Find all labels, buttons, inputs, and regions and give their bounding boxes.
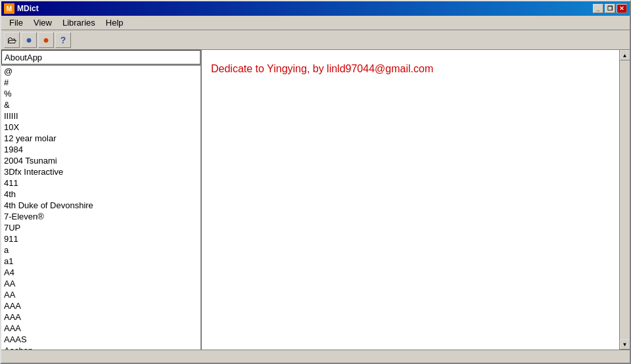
list-item[interactable]: AAA [1, 311, 200, 323]
list-item[interactable]: 4th [1, 189, 200, 200]
toolbar-home-button[interactable]: ● [38, 32, 54, 48]
list-item[interactable]: AA [1, 278, 200, 289]
toolbar: 🗁 ● ● ? [1, 30, 630, 50]
definition-area: Dedicate to Yingying, by linld97044@gmai… [202, 50, 619, 350]
minimize-button[interactable]: _ [593, 4, 603, 13]
scroll-down-arrow[interactable]: ▼ [620, 339, 630, 350]
menu-help[interactable]: Help [101, 16, 129, 29]
list-item[interactable]: 3Dfx Interactive [1, 166, 200, 177]
word-list: @ # % & IIIIII 10X 12 year molar 1984 20… [1, 66, 200, 350]
window-title: MDict [17, 4, 39, 13]
right-scrollbar: ▲ ▼ [619, 50, 630, 350]
list-item[interactable]: 2004 Tsunami [1, 155, 200, 166]
dedication-text: Dedicate to Yingying, by linld97044@gmai… [211, 63, 610, 75]
word-list-container: @ # % & IIIIII 10X 12 year molar 1984 20… [1, 66, 200, 350]
list-item[interactable]: 1984 [1, 144, 200, 155]
menu-libraries[interactable]: Libraries [57, 16, 101, 29]
list-item[interactable]: # [1, 77, 200, 88]
scroll-track [620, 60, 630, 339]
restore-button[interactable]: ❐ [605, 4, 615, 13]
list-item[interactable]: % [1, 88, 200, 99]
toolbar-help-button[interactable]: ? [55, 32, 71, 48]
scroll-up-arrow[interactable]: ▲ [620, 50, 630, 60]
app-icon: M [4, 3, 14, 14]
list-item[interactable]: & [1, 99, 200, 110]
list-item[interactable]: AAA [1, 323, 200, 334]
title-buttons: _ ❐ ✕ [593, 4, 627, 13]
home-icon: ● [43, 34, 49, 46]
search-input[interactable] [1, 50, 200, 64]
forward-icon: ● [26, 34, 32, 46]
search-box[interactable] [1, 50, 200, 66]
list-item[interactable]: AAA [1, 300, 200, 311]
list-item[interactable]: Aachen [1, 345, 200, 350]
list-item[interactable]: 7UP [1, 222, 200, 233]
list-item[interactable]: 7-Eleven® [1, 211, 200, 222]
close-button[interactable]: ✕ [617, 4, 627, 13]
right-panel: Dedicate to Yingying, by linld97044@gmai… [202, 50, 630, 350]
list-item[interactable]: A4 [1, 267, 200, 278]
main-content: @ # % & IIIIII 10X 12 year molar 1984 20… [1, 50, 630, 350]
menu-file[interactable]: File [4, 16, 28, 29]
list-item[interactable]: AA [1, 289, 200, 300]
left-panel: @ # % & IIIIII 10X 12 year molar 1984 20… [1, 50, 202, 350]
help-icon: ? [60, 35, 66, 45]
main-window: M MDict _ ❐ ✕ File View Libraries Help 🗁… [0, 0, 631, 364]
title-bar: M MDict _ ❐ ✕ [1, 1, 630, 16]
list-item[interactable]: 12 year molar [1, 133, 200, 144]
toolbar-forward-button[interactable]: ● [21, 32, 37, 48]
list-item[interactable]: IIIIII [1, 110, 200, 122]
list-item[interactable]: 10X [1, 122, 200, 133]
list-item[interactable]: 4th Duke of Devonshire [1, 200, 200, 211]
list-item[interactable]: 411 [1, 177, 200, 189]
list-item[interactable]: AAAS [1, 334, 200, 345]
toolbar-back-button[interactable]: 🗁 [4, 32, 20, 48]
menu-bar: File View Libraries Help [1, 16, 630, 30]
list-item[interactable]: @ [1, 66, 200, 77]
menu-view[interactable]: View [28, 16, 57, 29]
status-bar [1, 350, 630, 363]
back-icon: 🗁 [7, 35, 16, 45]
list-item[interactable]: 911 [1, 233, 200, 244]
list-item[interactable]: a1 [1, 256, 200, 267]
list-item[interactable]: a [1, 244, 200, 256]
title-bar-left: M MDict [4, 3, 39, 14]
